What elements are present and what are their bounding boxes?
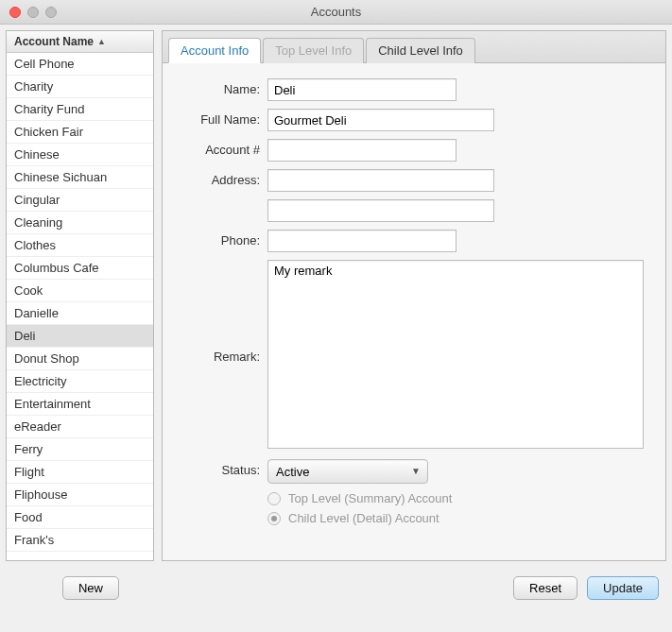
list-item[interactable]: Entertainment [7, 393, 153, 416]
account-type-top-level: Top Level (Summary) Account [267, 491, 652, 505]
tab-account-info[interactable]: Account Info [168, 38, 261, 63]
list-item[interactable]: Deli [7, 325, 153, 348]
list-item[interactable]: Fliphouse [7, 484, 153, 506]
list-item[interactable]: Cook [7, 280, 153, 302]
zoom-window-button[interactable] [45, 7, 57, 18]
list-item[interactable]: Charity Fund [7, 98, 153, 121]
minimize-window-button[interactable] [27, 7, 39, 18]
close-window-button[interactable] [9, 7, 21, 18]
account-number-input[interactable] [267, 139, 457, 162]
radio-child-level [267, 512, 281, 525]
remark-label: Remark: [168, 260, 267, 364]
list-item[interactable]: Clothes [7, 234, 153, 257]
new-button[interactable]: New [62, 576, 119, 600]
update-button[interactable]: Update [587, 576, 659, 600]
full-name-label: Full Name: [168, 109, 267, 127]
list-item[interactable]: Frank's [7, 529, 153, 552]
list-item[interactable]: eReader [7, 416, 153, 438]
list-item[interactable]: Cingular [7, 189, 153, 212]
full-name-input[interactable] [267, 109, 494, 131]
traffic-lights [0, 7, 57, 18]
name-input[interactable] [267, 78, 457, 101]
account-info-panel: Name: Full Name: Account # Address: Phon [162, 63, 666, 561]
list-item[interactable]: Charity [7, 76, 153, 98]
list-item[interactable]: Donut Shop [7, 348, 153, 370]
address-line2-input[interactable] [267, 199, 494, 222]
list-item[interactable]: Cleaning [7, 212, 153, 234]
address-line1-input[interactable] [267, 169, 494, 192]
phone-label: Phone: [168, 230, 267, 248]
tab-top-level-info: Top Level Info [263, 38, 364, 63]
reset-button[interactable]: Reset [513, 576, 577, 600]
remark-textarea[interactable] [267, 260, 644, 449]
tabs-bar: Account InfoTop Level InfoChild Level In… [162, 30, 666, 63]
accounts-sidebar: Account Name ▲ Cell PhoneCharityCharity … [6, 30, 154, 561]
radio-child-level-label: Child Level (Detail) Account [288, 511, 439, 525]
main-panel: Account InfoTop Level InfoChild Level In… [162, 30, 666, 561]
radio-top-level-label: Top Level (Summary) Account [288, 491, 452, 505]
window-title: Accounts [0, 5, 672, 19]
list-item[interactable]: Chicken Fair [7, 121, 153, 144]
status-select[interactable]: Active [267, 459, 428, 484]
status-label: Status: [168, 459, 267, 477]
list-item[interactable]: Cell Phone [7, 53, 153, 76]
radio-top-level [267, 492, 281, 505]
list-item[interactable]: Columbus Cafe [7, 257, 153, 280]
list-item[interactable]: Chinese [7, 144, 153, 166]
phone-input[interactable] [267, 230, 457, 252]
sort-ascending-icon: ▲ [97, 37, 106, 46]
name-label: Name: [168, 78, 267, 96]
account-list-header[interactable]: Account Name ▲ [6, 30, 154, 53]
list-item[interactable]: Food [7, 506, 153, 529]
window-titlebar: Accounts [0, 0, 672, 25]
list-item[interactable]: Flight [7, 461, 153, 484]
list-item[interactable]: Chinese Sichuan [7, 166, 153, 189]
address-label: Address: [168, 169, 267, 187]
list-item[interactable]: Danielle [7, 302, 153, 325]
tab-child-level-info[interactable]: Child Level Info [366, 38, 475, 63]
account-type-child-level: Child Level (Detail) Account [267, 511, 652, 525]
account-list[interactable]: Cell PhoneCharityCharity FundChicken Fai… [6, 53, 154, 561]
list-item[interactable]: Electricity [7, 370, 153, 393]
account-number-label: Account # [168, 139, 267, 157]
list-item[interactable]: Ferry [7, 438, 153, 461]
footer: New Reset Update [0, 567, 672, 613]
account-list-header-label: Account Name [14, 35, 94, 48]
